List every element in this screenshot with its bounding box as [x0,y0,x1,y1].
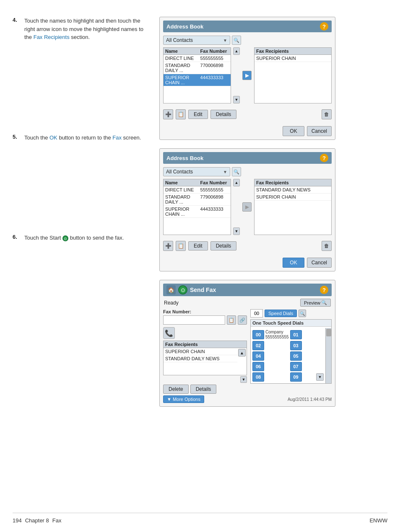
contacts-list-1: Name Fax Number DIRECT LINE 555555555 ST… [163,47,231,103]
contact-row-2-2[interactable]: STANDARD DAILY ... 779006898 [164,194,231,206]
more-options-btn[interactable]: ▼ More Options [163,395,204,403]
contact-row-2-3[interactable]: SUPERIOR CHAIN ... 444333333 [164,206,231,218]
speed-dial-btn-08[interactable]: 08 [252,372,264,382]
delete-btn[interactable]: Delete [163,385,189,394]
home-icon[interactable]: 🏠 [166,285,176,294]
contact-row-1-3[interactable]: SUPERIOR CHAIN ... 444333333 [164,74,231,86]
recipient-row-2-2[interactable]: SUPERIOR CHAIN [255,194,331,201]
ok-btn-2[interactable]: OK [283,258,304,268]
speed-dial-02: 02 [252,341,289,350]
phone-icon[interactable]: 📞 [163,327,175,339]
recipient-row-1-1[interactable]: SUPERIOR CHAIN [255,55,331,62]
speed-dial-btn-01[interactable]: 01 [290,330,302,339]
scroll-up-1[interactable]: ▲ [233,47,240,55]
recipients-header-2: Fax Recipients [255,179,331,186]
speed-dial-btn-06[interactable]: 06 [252,362,264,371]
details-btn-2[interactable]: Details [210,241,237,251]
fax-recipient-2[interactable]: STANDARD DAILY NEWS [164,355,237,362]
filter-label-2: All Contacts [166,169,193,175]
fax-input-btn-2[interactable]: 🔗 [238,315,247,325]
speed-dials-search[interactable]: 🔍 [299,310,306,317]
preview-icon: 🔍 [321,300,327,305]
send-fax-title: Send Fax [190,287,216,293]
preview-btn[interactable]: Preview 🔍 [300,299,331,307]
add-icon-btn-2[interactable]: ➕ [163,241,173,251]
edit-icon-btn-2[interactable]: 📋 [176,241,186,251]
speed-dials-num-input[interactable] [250,309,263,318]
ok-btn-1[interactable]: OK [283,126,304,136]
speed-dials-header-row: Speed Dials 🔍 [250,309,332,318]
fax-link: Fax [112,134,122,141]
speed-dial-btn-09[interactable]: 09 [290,372,302,382]
fax-recipients-list: SUPERIOR CHAIN STANDARD DAILY NEWS [164,348,237,375]
bottom-controls-2: ➕ 📋 Edit Details 🗑 [163,239,332,253]
page-number: 194 [13,517,22,524]
speed-dial-00: 00 Company 5555555555 [252,330,289,340]
speed-dials-label: One Touch Speed Dials [251,320,331,327]
trash-icon-2[interactable]: 🗑 [322,241,332,251]
fax-input-btn-1[interactable]: 📋 [227,315,236,325]
step-4-text: Touch the names to highlight and then to… [24,17,147,41]
step-6-text: Touch the Start ⊙ button to send the fax… [24,234,124,242]
contact-row-1-1[interactable]: DIRECT LINE 555555555 [164,55,231,62]
contacts-scroll-1: ▲ ▼ [233,47,240,103]
filter-dropdown-1[interactable]: All Contacts ▼ [163,36,230,45]
name-col-header-2: Name [165,180,200,185]
recipients-header-1: Fax Recipients [255,48,331,55]
right-arrow-btn-1[interactable]: ▶ [242,71,252,80]
speed-dial-scroll-down[interactable]: ▼ [316,373,324,381]
filter-row-2: All Contacts ▼ 🔍 [163,167,332,176]
speed-dial-scroll-col [325,328,331,383]
speed-dials-btn[interactable]: Speed Dials [265,310,297,317]
help-icon-3[interactable]: ? [320,286,328,294]
edit-btn-1[interactable]: Edit [188,110,208,119]
list-scroll-down[interactable]: ▼ [240,376,247,383]
scroll-down-1[interactable]: ▼ [233,96,240,103]
fax-details-btn[interactable]: Details [190,385,217,394]
step-5-text: Touch the OK button to return to the Fax… [24,134,141,142]
add-icon-btn-1[interactable]: ➕ [163,109,173,119]
bottom-controls-1: ➕ 📋 Edit Details 🗑 [163,108,332,121]
recipients-scroll: ▲ [237,348,247,375]
speed-dial-btn-02[interactable]: 02 [252,341,264,350]
start-icon[interactable]: ⊙ [178,285,187,294]
help-icon-2[interactable]: ? [320,154,328,162]
recipients-empty-1 [255,62,331,87]
contact-row-1-2[interactable]: STANDARD DAILY ... 770006898 [164,62,231,74]
address-book-2-title: Address Book [166,155,203,161]
speed-dial-btn-03[interactable]: 03 [290,341,302,350]
timestamp: Aug/2/2011 1:44:43 PM [288,397,332,402]
speed-dial-btn-04[interactable]: 04 [252,351,264,361]
search-btn-2[interactable]: 🔍 [232,167,241,176]
filter-dropdown-2[interactable]: All Contacts ▼ [163,167,230,176]
recipient-row-2-1[interactable]: STANDARD DAILY NEWS [255,186,331,194]
search-btn-1[interactable]: 🔍 [232,36,241,45]
right-arrow-btn-2[interactable]: ▶ [242,202,252,212]
fax-col-header-1: Fax Number [200,49,229,54]
help-icon-1[interactable]: ? [320,22,328,31]
scroll-up-2[interactable]: ▲ [233,179,240,186]
trash-icon-1[interactable]: 🗑 [322,109,332,119]
speed-dial-btn-05[interactable]: 05 [290,351,302,361]
details-btn-1[interactable]: Details [210,110,237,119]
speed-dial-scroll-handle[interactable] [326,329,331,336]
edit-btn-2[interactable]: Edit [188,241,208,251]
more-options-arrow: ▼ [167,397,171,402]
address-book-1-title: Address Book [166,23,203,30]
footer-brand: ENWW [369,517,387,524]
fax-number-input[interactable] [163,315,225,325]
edit-icon-btn-1[interactable]: 📋 [176,109,186,119]
footer-left: 194 Chapter 8 Fax [13,517,61,524]
scroll-down-2[interactable]: ▼ [233,227,240,235]
speed-dial-08: 08 [252,372,289,382]
contact-row-2-1[interactable]: DIRECT LINE 555555555 [164,186,231,194]
cancel-btn-2[interactable]: Cancel [307,258,332,268]
speed-dial-btn-07[interactable]: 07 [290,362,302,371]
contacts-list-2: Name Fax Number DIRECT LINE 555555555 ST… [163,179,231,235]
recipients-scroll-up[interactable]: ▲ [238,349,246,356]
fax-recipient-1[interactable]: SUPERIOR CHAIN [164,348,237,355]
ok-cancel-row-1: OK Cancel [163,126,332,136]
cancel-btn-1[interactable]: Cancel [307,126,332,136]
more-options-label: More Options [173,397,200,402]
speed-dial-btn-00[interactable]: 00 [252,330,264,339]
